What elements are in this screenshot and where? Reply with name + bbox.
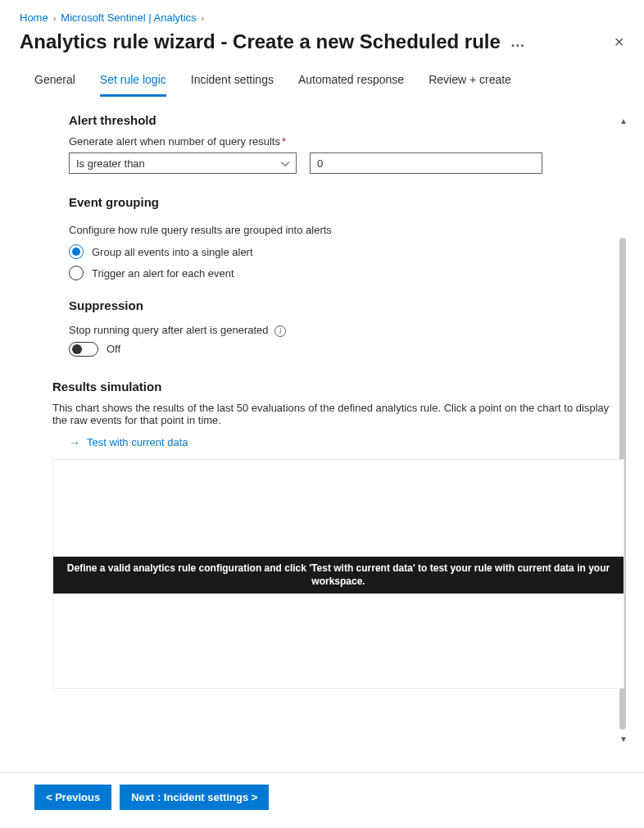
simulation-banner: Define a valid analytics rule configurat… xyxy=(53,557,624,594)
operator-select-value: Is greater than xyxy=(76,157,145,170)
threshold-value-input[interactable] xyxy=(310,152,542,174)
more-actions-icon[interactable]: … xyxy=(510,34,527,51)
info-icon[interactable]: i xyxy=(274,325,286,337)
main-content: Alert threshold Generate alert when numb… xyxy=(0,97,644,705)
test-with-current-data-link[interactable]: → Test with current data xyxy=(69,436,624,449)
radio-icon xyxy=(69,244,84,259)
chevron-right-icon: › xyxy=(202,13,205,23)
next-button[interactable]: Next : Incident settings > xyxy=(120,785,269,810)
breadcrumb-sentinel-analytics[interactable]: Microsoft Sentinel | Analytics xyxy=(61,11,196,24)
tab-review-create[interactable]: Review + create xyxy=(429,65,511,97)
results-simulation-section: Results simulation This chart shows the … xyxy=(52,380,624,689)
suppression-label: Stop running query after alert is genera… xyxy=(69,324,269,336)
radio-label: Trigger an alert for each event xyxy=(92,267,234,280)
arrow-right-icon: → xyxy=(69,436,80,449)
event-grouping-desc: Configure how rule query results are gro… xyxy=(69,224,624,236)
chevron-down-icon xyxy=(281,157,289,170)
results-simulation-desc: This chart shows the results of the last… xyxy=(52,402,624,426)
wizard-tabs: General Set rule logic Incident settings… xyxy=(0,65,644,97)
radio-icon xyxy=(69,266,84,280)
tab-automated-response[interactable]: Automated response xyxy=(298,65,404,97)
title-row: Analytics rule wizard - Create a new Sch… xyxy=(0,29,644,65)
scroll-down-icon[interactable]: ▼ xyxy=(619,735,628,744)
simulation-chart-placeholder: Define a valid analytics rule configurat… xyxy=(52,459,624,689)
chevron-right-icon: › xyxy=(53,13,57,23)
suppression-toggle-row: Off xyxy=(69,342,624,357)
event-grouping-heading: Event grouping xyxy=(69,195,624,209)
breadcrumb: Home › Microsoft Sentinel | Analytics › xyxy=(0,0,644,29)
results-simulation-heading: Results simulation xyxy=(52,380,624,394)
suppression-toggle[interactable] xyxy=(69,342,98,357)
test-link-label: Test with current data xyxy=(87,436,188,448)
breadcrumb-home[interactable]: Home xyxy=(20,11,48,24)
operator-select[interactable]: Is greater than xyxy=(69,152,297,174)
wizard-footer: < Previous Next : Incident settings > xyxy=(0,772,644,828)
page-title-wrap: Analytics rule wizard - Create a new Sch… xyxy=(20,30,527,53)
alert-threshold-row: Is greater than xyxy=(69,152,624,174)
suppression-label-row: Stop running query after alert is genera… xyxy=(69,324,624,337)
page-title: Analytics rule wizard - Create a new Sch… xyxy=(20,30,501,53)
alert-threshold-label: Generate alert when number of query resu… xyxy=(69,135,624,148)
tab-set-rule-logic[interactable]: Set rule logic xyxy=(100,65,166,97)
tab-general[interactable]: General xyxy=(34,65,75,97)
scroll-up-icon[interactable]: ▲ xyxy=(619,116,628,125)
radio-trigger-each-event[interactable]: Trigger an alert for each event xyxy=(69,266,624,280)
previous-button[interactable]: < Previous xyxy=(34,785,111,810)
tab-incident-settings[interactable]: Incident settings xyxy=(191,65,274,97)
required-indicator: * xyxy=(282,135,286,148)
radio-label: Group all events into a single alert xyxy=(92,246,253,258)
suppression-toggle-state: Off xyxy=(107,343,120,355)
suppression-heading: Suppression xyxy=(69,298,624,312)
radio-group-single-alert[interactable]: Group all events into a single alert xyxy=(69,244,624,259)
close-icon[interactable]: ✕ xyxy=(610,31,628,53)
alert-threshold-heading: Alert threshold xyxy=(69,113,624,127)
alert-threshold-label-text: Generate alert when number of query resu… xyxy=(69,135,280,148)
